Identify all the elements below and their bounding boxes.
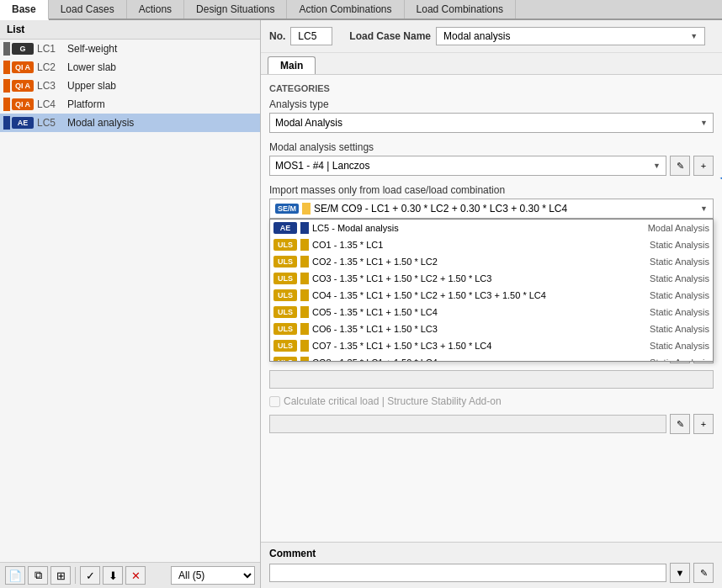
dropdown-item-type: Static Analysis (634, 358, 709, 362)
structure-mod-input[interactable] (269, 370, 714, 389)
item-color-strip (3, 42, 10, 56)
modal-settings-new-button[interactable]: + (693, 156, 714, 176)
item-color-strip (3, 61, 10, 74)
dropdown-item[interactable]: ULSCO7 - 1.35 * LC1 + 1.50 * LC3 + 1.50 … (270, 337, 713, 354)
analysis-type-label: Analysis type (269, 98, 714, 110)
tab-actions[interactable]: Actions (127, 0, 184, 19)
calc-critical-row: Calculate critical load | Structure Stab… (269, 395, 714, 407)
dropdown-item-text: CO2 - 1.35 * LC1 + 1.50 * LC2 (312, 257, 630, 267)
dropdown-item-text: LC5 - Modal analysis (312, 223, 630, 233)
dropdown-item-text: CO6 - 1.35 * LC1 + 1.50 * LC3 (312, 324, 630, 334)
import-masses-label: Import masses only from load case/load c… (269, 184, 714, 196)
dropdown-badge: ULS (273, 340, 297, 352)
dropdown-color-box (300, 222, 309, 234)
comment-row: ▼ ✎ (269, 563, 714, 583)
calc-critical-edit-btn[interactable]: ✎ (670, 414, 690, 434)
dropdown-item-text: CO1 - 1.35 * LC1 (312, 240, 630, 250)
analysis-type-select[interactable]: Modal Analysis ▼ (269, 113, 714, 133)
import-masses-arrow-icon: ▼ (700, 204, 708, 213)
check-button[interactable]: ✓ (80, 566, 100, 585)
dropdown-item-text: CO5 - 1.35 * LC1 + 1.50 * LC4 (312, 307, 630, 317)
modal-settings-row: Modal analysis settings MOS1 - #4 | Lanc… (269, 141, 714, 176)
dropdown-badge: ULS (273, 239, 297, 251)
dropdown-item[interactable]: ULSCO4 - 1.35 * LC1 + 1.50 * LC2 + 1.50 … (270, 287, 713, 304)
calc-critical-checkbox[interactable] (269, 396, 280, 407)
modal-settings-combo-row: MOS1 - #4 | Lanczos ▼ ✎ + (269, 156, 714, 176)
dropdown-color-box (300, 273, 309, 284)
list-item[interactable]: AELC5Modal analysis (0, 114, 260, 132)
analysis-type-value: Modal Analysis (275, 117, 700, 129)
dropdown-color-box (300, 289, 309, 301)
table-button[interactable]: ⊞ (50, 566, 71, 585)
item-badge: QI A (12, 98, 34, 110)
item-color-strip (3, 79, 10, 93)
content-area: Categories Analysis type Modal Analysis … (261, 75, 722, 542)
comment-arrow-btn[interactable]: ▼ (670, 563, 690, 583)
dropdown-item-type: Static Analysis (634, 341, 709, 351)
modal-settings-edit-button[interactable]: ✎ (670, 156, 690, 176)
tab-load-combinations[interactable]: Load Combinations (405, 0, 516, 19)
dropdown-color-box (300, 357, 309, 362)
dropdown-badge: ULS (273, 323, 297, 335)
dropdown-item-text: CO4 - 1.35 * LC1 + 1.50 * LC2 + 1.50 * L… (312, 290, 630, 300)
tab-base[interactable]: Base (0, 0, 49, 20)
dropdown-item[interactable]: ULSCO5 - 1.35 * LC1 + 1.50 * LC4Static A… (270, 304, 713, 320)
calc-critical-new-btn[interactable]: + (693, 414, 714, 434)
dropdown-badge: ULS (273, 289, 297, 301)
tab-load-cases[interactable]: Load Cases (49, 0, 127, 19)
dropdown-item-text: CO7 - 1.35 * LC1 + 1.50 * LC3 + 1.50 * L… (312, 341, 630, 351)
copy-button[interactable]: ⧉ (28, 566, 48, 585)
new-button[interactable]: 📄 (5, 566, 25, 585)
filter-select[interactable]: All (5) (171, 566, 255, 585)
list-item[interactable]: GLC1Self-weight (0, 40, 260, 58)
item-code: LC3 (37, 80, 62, 92)
dropdown-item[interactable]: ULSCO6 - 1.35 * LC1 + 1.50 * LC3Static A… (270, 320, 713, 337)
dropdown-badge: ULS (273, 273, 297, 284)
dropdown-color-box (300, 340, 309, 352)
comment-section: Comment ▼ ✎ (261, 542, 722, 588)
list-item[interactable]: QI ALC4Platform (0, 95, 260, 114)
import-masses-trigger[interactable]: SE/M SE/M CO9 - LC1 + 0.30 * LC2 + 0.30 … (269, 199, 714, 219)
delete-button[interactable]: ✕ (125, 566, 146, 585)
load-case-name-label: Load Case Name (349, 30, 431, 42)
dropdown-item[interactable]: ULSCO8 - 1.35 * LC1 + 1.50 * LC4Static A… (270, 354, 713, 362)
list-item[interactable]: QI ALC2Lower slab (0, 58, 260, 77)
load-case-name-combo[interactable]: Modal analysis ▼ (436, 27, 705, 45)
dropdown-item[interactable]: ULSCO3 - 1.35 * LC1 + 1.50 * LC2 + 1.50 … (270, 270, 713, 287)
list-item[interactable]: QI ALC3Upper slab (0, 77, 260, 95)
tab-design-situations[interactable]: Design Situations (184, 0, 287, 19)
modal-settings-select[interactable]: MOS1 - #4 | Lanczos ▼ (269, 156, 666, 176)
calc-critical-input[interactable] (269, 415, 666, 433)
dropdown-item-type: Modal Analysis (634, 223, 709, 233)
dropdown-badge: ULS (273, 357, 297, 362)
dropdown-color-box (300, 256, 309, 268)
top-fields: No. LC5 Load Case Name Modal analysis ▼ (261, 20, 722, 53)
import-masses-row: Import masses only from load case/load c… (269, 184, 714, 219)
load-case-name-group: Load Case Name Modal analysis ▼ (349, 27, 705, 45)
dropdown-item-text: CO8 - 1.35 * LC1 + 1.50 * LC4 (312, 358, 630, 362)
item-name: Modal analysis (67, 117, 134, 129)
item-badge: G (12, 43, 34, 55)
dropdown-item-type: Static Analysis (634, 290, 709, 300)
item-code: LC4 (37, 98, 62, 110)
left-toolbar: 📄 ⧉ ⊞ ✓ ⬇ ✕ All (5) (0, 562, 260, 588)
dropdown-item-type: Static Analysis (634, 307, 709, 317)
dropdown-badge: ULS (273, 256, 297, 268)
import-button[interactable]: ⬇ (103, 566, 123, 585)
item-code: LC5 (37, 117, 62, 129)
dropdown-item[interactable]: AELC5 - Modal analysisModal Analysis (270, 220, 713, 236)
left-panel: List GLC1Self-weightQI ALC2Lower slabQI … (0, 20, 261, 588)
toolbar-separator (75, 567, 76, 584)
tab-main[interactable]: Main (268, 56, 316, 74)
comment-input[interactable] (269, 564, 666, 582)
structure-mod-input-row (269, 370, 714, 389)
dropdown-item[interactable]: ULSCO2 - 1.35 * LC1 + 1.50 * LC2Static A… (270, 253, 713, 270)
comment-edit-btn[interactable]: ✎ (693, 563, 714, 583)
comment-label: Comment (269, 548, 714, 559)
item-color-strip (3, 116, 10, 130)
dropdown-color-box (300, 323, 309, 335)
import-masses-dropdown-container: SE/M SE/M CO9 - LC1 + 0.30 * LC2 + 0.30 … (269, 199, 714, 219)
tab-action-combinations[interactable]: Action Combinations (287, 0, 404, 19)
dropdown-item[interactable]: ULSCO1 - 1.35 * LC1Static Analysis (270, 236, 713, 253)
item-name: Platform (67, 98, 105, 110)
